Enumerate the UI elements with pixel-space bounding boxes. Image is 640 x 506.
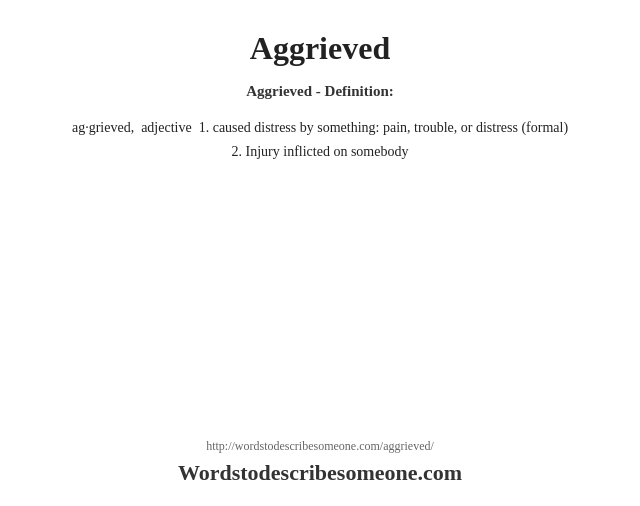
footer-brand: Wordstodescribesomeone.com — [178, 460, 462, 486]
definition-word-type: adjective — [141, 120, 192, 135]
definition-heading: Aggrieved - Definition: — [246, 83, 393, 100]
definition-word: ag·grieved, — [72, 120, 134, 135]
page-wrapper: Aggrieved Aggrieved - Definition: ag·gri… — [0, 0, 640, 506]
definition-point2: 2. Injury inflicted on somebody — [232, 144, 409, 159]
definition-point1: 1. caused distress by something: pain, t… — [199, 120, 568, 135]
footer-url: http://wordstodescribesomeone.com/aggrie… — [206, 439, 434, 454]
page-title: Aggrieved — [250, 30, 390, 67]
definition-body: ag·grieved, adjective 1. caused distress… — [72, 116, 568, 164]
